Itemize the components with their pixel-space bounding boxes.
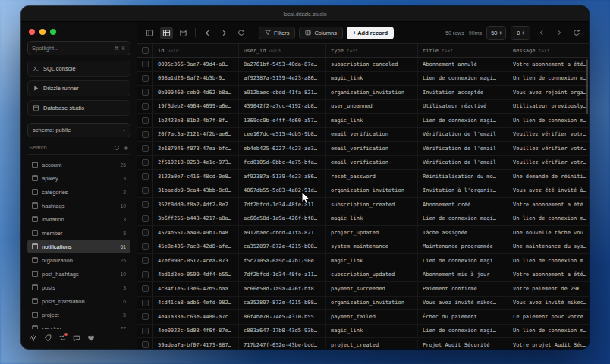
row-select-cell[interactable] xyxy=(137,100,153,114)
history-forward-icon[interactable] xyxy=(218,27,231,39)
chat-icon[interactable] xyxy=(73,334,80,342)
cell-type[interactable]: magic_link xyxy=(326,114,418,127)
cell-id[interactable]: 4e41a33a-c63e-4480-a7c… xyxy=(153,310,239,324)
row-select-cell[interactable] xyxy=(137,310,153,324)
cell-user-id[interactable]: 717b247f-652e-43be-bdd… xyxy=(239,338,326,349)
cell-title[interactable]: Lien de connexion magi… xyxy=(418,72,508,86)
row-select-cell[interactable] xyxy=(137,184,153,198)
column-header-id[interactable]: id uuid xyxy=(153,44,239,57)
cell-title[interactable]: Projet Audit Sécurité xyxy=(418,338,508,349)
cell-title[interactable]: Vérification de l'email xyxy=(418,156,508,170)
table-row[interactable]: 4bd1d3eb-0599-4df4-b55… 7df2bfcd-1d34-48… xyxy=(137,268,589,283)
row-select-cell[interactable] xyxy=(137,128,153,142)
row-select-cell[interactable] xyxy=(137,226,153,240)
table-view-icon[interactable] xyxy=(160,27,173,39)
cell-user-id[interactable]: c803a647-17b0-43d5-93b… xyxy=(239,325,326,338)
cell-user-id[interactable]: cee167dc-e515-4db5-9b8… xyxy=(239,128,326,142)
cell-message[interactable]: Veuillez vérifier votr… xyxy=(508,142,589,155)
cell-title[interactable]: Échec du paiement xyxy=(418,310,508,324)
cell-type[interactable]: magic_link xyxy=(326,212,418,226)
table-row[interactable]: 3b6ff255-b443-4217-a8a… ac66e58d-1a9a-42… xyxy=(137,212,589,227)
cell-title[interactable]: Vous avez invité mikec… xyxy=(418,297,508,310)
sidebar-table-item[interactable]: post_hashtags 10 xyxy=(27,267,130,281)
cell-id[interactable]: 20f7ac3a-2121-4f2b-ae6… xyxy=(153,128,239,142)
sidebar-item-drizzle-runner[interactable]: Drizzle runner xyxy=(27,80,130,96)
page-offset-stepper[interactable]: 0 ▴▾ xyxy=(511,26,530,40)
cell-id[interactable]: 4bd1d3eb-0599-4df4-b55… xyxy=(153,268,239,282)
cell-user-id[interactable]: f5c2105a-6a9c-42b1-90e… xyxy=(239,254,326,268)
cell-user-id[interactable]: 86f4be70-74e5-4310-b55… xyxy=(239,310,326,324)
row-select-cell[interactable] xyxy=(137,58,153,71)
cell-user-id[interactable]: a912baec-cbdd-41fa-821… xyxy=(239,86,326,99)
table-row[interactable]: 31baedb9-9ca4-43bb-8c8… 4067db55-5c83-4a… xyxy=(137,184,589,199)
zoom-window-button[interactable] xyxy=(50,29,56,35)
row-select-cell[interactable] xyxy=(137,212,153,226)
cell-user-id[interactable]: eb4eb425-6227-4c23-ae3… xyxy=(239,142,326,155)
sidebar-table-item[interactable]: categories 2 xyxy=(27,185,130,199)
row-select-cell[interactable] xyxy=(137,268,153,282)
sync-icon[interactable] xyxy=(234,27,247,39)
vertical-scrollbar[interactable] xyxy=(586,59,588,114)
cell-type[interactable]: project_created xyxy=(326,338,418,349)
table-row[interactable]: 352f0dd0-f8a2-4df2-8e2… 7df2bfcd-1d34-48… xyxy=(137,198,589,212)
row-select-cell[interactable] xyxy=(137,156,153,170)
sidebar-table-item[interactable]: apikey 3 xyxy=(27,171,130,185)
cell-id[interactable]: 45e8e436-7ac8-42d8-afe… xyxy=(153,240,239,254)
cell-user-id[interactable]: 8a2761bf-5453-40da-87e… xyxy=(239,58,326,71)
cell-id[interactable]: 098a1d26-8af2-4b3b-9… xyxy=(153,72,239,86)
cell-id[interactable]: 19f3deb2-4964-4699-a6e… xyxy=(153,100,239,114)
cell-user-id[interactable]: ca352897-872e-4215-b08… xyxy=(239,297,326,310)
cell-id[interactable]: 31baedb9-9ca4-43bb-8c8… xyxy=(153,184,239,198)
cell-message[interactable]: Veuillez vérifier votr… xyxy=(508,128,589,142)
cell-type[interactable]: organization_invitation xyxy=(326,297,418,310)
cell-type[interactable]: magic_link xyxy=(326,325,418,338)
close-window-button[interactable] xyxy=(29,29,35,35)
cell-message[interactable]: Utilisateur previously… xyxy=(508,100,589,114)
cell-id[interactable]: 59adea7a-bf07-4173-887… xyxy=(153,338,239,349)
cell-message[interactable]: Vous avez été invité à… xyxy=(508,184,589,198)
refresh-icon[interactable] xyxy=(570,27,583,39)
cell-title[interactable]: Tâche assignée xyxy=(418,226,508,240)
cell-message[interactable]: Vous avez invité mikec… xyxy=(508,297,589,310)
cell-id[interactable]: 4c84f1e5-13e6-42b5-baa… xyxy=(153,282,239,296)
row-select-cell[interactable] xyxy=(137,86,153,99)
cell-type[interactable]: project_updated xyxy=(326,226,418,240)
cell-title[interactable]: Lien de connexion magi… xyxy=(418,114,508,127)
table-row[interactable]: 59adea7a-bf07-4173-887… 717b247f-652e-43… xyxy=(137,338,589,349)
cell-title[interactable]: Paiement confirmé xyxy=(418,282,508,296)
column-header-type[interactable]: type text xyxy=(326,44,418,57)
table-row[interactable]: 0b999460-ceb9-4d62-b8a… a912baec-cbdd-41… xyxy=(137,86,589,100)
cell-user-id[interactable]: af92387a-5139-4e23-a86… xyxy=(239,72,326,86)
cell-user-id[interactable]: ac66e58d-1a9a-426f-bf8… xyxy=(239,212,326,226)
column-header-title[interactable]: title text xyxy=(418,44,508,57)
columns-button[interactable]: Columns xyxy=(299,27,343,39)
cell-type[interactable]: email_verification xyxy=(326,142,418,155)
heart-icon[interactable] xyxy=(87,334,95,342)
add-table-icon[interactable] xyxy=(123,145,129,151)
cell-id[interactable]: 3122a0e7-c416-48cd-9e8… xyxy=(153,170,239,184)
row-select-cell[interactable] xyxy=(137,254,153,268)
cell-type[interactable]: organization_invitation xyxy=(326,184,418,198)
cell-title[interactable]: Lien de connexion magi… xyxy=(418,212,508,226)
table-row[interactable]: 19f3deb2-4964-4699-a6e… 439042f2-a7cc-41… xyxy=(137,100,589,115)
table-row[interactable]: 4524b551-aa40-49b1-b48… a912baec-cbdd-41… xyxy=(137,226,589,240)
sidebar-table-item[interactable]: account 26 xyxy=(27,158,130,171)
cell-type[interactable]: reset_password xyxy=(326,170,418,184)
cell-user-id[interactable]: ac66e58d-1a9a-426f-bf8… xyxy=(239,282,326,296)
cell-type[interactable]: subscription_canceled xyxy=(326,58,418,71)
cell-type[interactable]: email_verification xyxy=(326,128,418,142)
row-select-cell[interactable] xyxy=(137,142,153,155)
row-select-cell[interactable] xyxy=(137,282,153,296)
cell-message[interactable]: Le paiement pour votre… xyxy=(508,310,589,324)
cell-type[interactable]: subscription_updated xyxy=(326,268,418,282)
cell-type[interactable]: subscription_created xyxy=(326,198,418,212)
table-row[interactable]: 45e8e436-7ac8-42d8-afe… ca352897-872e-42… xyxy=(137,240,589,255)
cell-message[interactable]: Une demande de réiniti… xyxy=(508,170,589,184)
cell-message[interactable]: Une nouvelle tâche vou… xyxy=(508,226,589,240)
cell-id[interactable]: 1b2423e3-81b2-4b7f-8f… xyxy=(153,114,239,127)
sidebar-table-item[interactable]: member 8 xyxy=(27,226,130,240)
table-row[interactable]: 4cd41ca8-adb5-4efd-982… ca352897-872e-42… xyxy=(137,297,589,311)
cell-user-id[interactable]: 439042f2-a7cc-4192-ab8… xyxy=(239,100,326,114)
settings-gear-icon[interactable] xyxy=(30,334,37,342)
tag-icon[interactable] xyxy=(44,334,52,342)
